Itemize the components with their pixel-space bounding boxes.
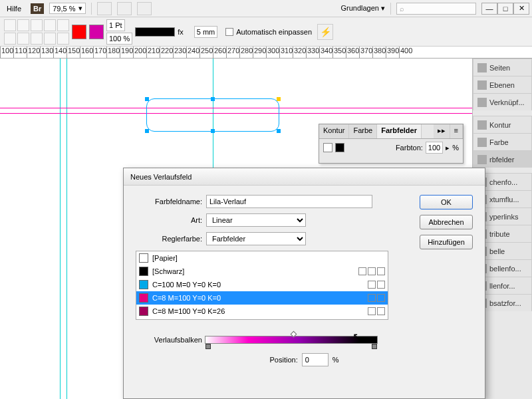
- new-gradient-dialog: Neues Verlaufsfeld Farbfeldname: Art: Li…: [123, 168, 485, 399]
- close-button[interactable]: ✕: [513, 3, 529, 15]
- ruler-tick: 260: [213, 47, 226, 58]
- gap-input[interactable]: 5 mm: [194, 26, 218, 38]
- panel-menu-icon[interactable]: ≡: [450, 124, 463, 138]
- ruler-tick: 100: [0, 47, 13, 58]
- swatch-row[interactable]: C=8 M=100 Y=0 K=26: [136, 305, 388, 318]
- swatch-list[interactable]: [Papier][Schwarz]C=100 M=0 Y=0 K=0C=8 M=…: [136, 251, 388, 320]
- name-label: Farbfeldname:: [136, 198, 202, 205]
- stopcolor-label: Reglerfarbe:: [136, 235, 202, 243]
- ruler-tick: 230: [173, 47, 186, 58]
- minimize-button[interactable]: —: [481, 3, 497, 15]
- arrange-icon[interactable]: [137, 2, 152, 15]
- panel-button[interactable]: rbfelder: [473, 150, 532, 168]
- panel-label: yperlinks: [489, 213, 518, 221]
- tab-farbe[interactable]: Farbe: [349, 124, 377, 138]
- scale-input[interactable]: 100 %: [106, 33, 132, 45]
- horizontal-ruler: 1001101201301401501601701801902002102202…: [0, 47, 532, 59]
- quick-apply-icon[interactable]: ⚡: [317, 24, 333, 40]
- view-options-icon[interactable]: [97, 2, 112, 15]
- fx-icon[interactable]: fx: [178, 28, 184, 36]
- swatch-color: [139, 293, 148, 303]
- panel-icon: [477, 63, 487, 72]
- swatch-row[interactable]: C=100 M=0 Y=0 K=0: [136, 278, 388, 291]
- panel-button[interactable]: Ebenen: [473, 76, 532, 93]
- swatch-indicators: [368, 294, 385, 302]
- swatch-name: C=8 M=100 Y=0 K=26: [152, 307, 364, 315]
- tint-input[interactable]: 100: [426, 142, 443, 154]
- panel-label: Farbe: [489, 138, 509, 146]
- bridge-badge[interactable]: Br: [31, 3, 44, 14]
- ruler-tick: 340: [319, 47, 332, 58]
- panel-label: chenfo...: [489, 178, 517, 186]
- stopcolor-dropdown[interactable]: Farbfelder: [206, 232, 306, 245]
- tab-kontur[interactable]: Kontur: [319, 124, 349, 138]
- position-input[interactable]: [302, 353, 329, 366]
- panel-button[interactable]: Seiten: [473, 59, 532, 76]
- panel-label: xtumflu...: [489, 196, 519, 203]
- swatch-color: [139, 307, 148, 316]
- add-button[interactable]: Hinzufügen: [420, 235, 473, 249]
- ruler-tick: 160: [80, 47, 93, 58]
- swatches-panel: Kontur Farbe Farbfelder ▸▸ ≡ Farbton: 10…: [319, 124, 464, 164]
- tool-grid[interactable]: [4, 19, 69, 45]
- stroke-proxy[interactable]: [335, 143, 344, 152]
- autofit-checkbox[interactable]: [225, 28, 233, 36]
- stroke-style[interactable]: [135, 27, 175, 37]
- panel-label: belle: [489, 247, 505, 255]
- ruler-tick: 170: [93, 47, 106, 58]
- ruler-tick: 390: [386, 47, 399, 58]
- ruler-tick: 300: [266, 47, 279, 58]
- tint-label: Farbton:: [396, 144, 423, 152]
- swatch-color: [139, 280, 148, 289]
- ruler-tick: 250: [200, 47, 213, 58]
- panel-label: Verknüpf...: [489, 98, 525, 106]
- panel-collapse-icon[interactable]: ▸▸: [434, 124, 450, 138]
- panel-label: Ebenen: [489, 81, 515, 89]
- ruler-tick: 360: [346, 47, 359, 58]
- panel-button[interactable]: Kontur: [473, 116, 532, 133]
- gradient-midpoint[interactable]: [291, 331, 297, 338]
- panel-label: bellenfo...: [489, 265, 521, 273]
- ruler-tick: 130: [40, 47, 53, 58]
- selected-frame[interactable]: [146, 98, 279, 132]
- screen-mode-icon[interactable]: [117, 2, 132, 15]
- tab-farbfelder[interactable]: Farbfelder: [377, 124, 422, 138]
- gradient-ramp[interactable]: [205, 336, 378, 344]
- autofit-label: Automatisch einpassen: [236, 28, 312, 36]
- panel-label: tribute: [489, 230, 510, 238]
- ruler-tick: 110: [13, 47, 27, 58]
- maximize-button[interactable]: □: [497, 3, 513, 15]
- swatch-name: C=100 M=0 Y=0 K=0: [152, 281, 364, 289]
- fill-proxy[interactable]: [323, 143, 332, 152]
- workspace-dropdown[interactable]: Grundlagen ▾: [340, 4, 385, 13]
- panel-button[interactable]: Farbe: [473, 133, 532, 150]
- zoom-dropdown[interactable]: 79,5 %▾: [49, 3, 85, 14]
- cancel-button[interactable]: Abbrechen: [420, 215, 473, 229]
- gradient-stop-left[interactable]: [205, 344, 211, 349]
- name-input[interactable]: [206, 195, 372, 208]
- ruler-tick: 330: [306, 47, 319, 58]
- guide-vertical[interactable]: [60, 59, 61, 399]
- type-dropdown[interactable]: Linear: [206, 213, 306, 227]
- swatch-row[interactable]: [Schwarz]: [136, 265, 388, 278]
- position-label: Position:: [270, 356, 298, 364]
- swatch-indicators: [368, 307, 385, 315]
- search-input[interactable]: ⌕: [396, 3, 476, 15]
- stroke-swatch[interactable]: [89, 25, 104, 39]
- stroke-weight-input[interactable]: 1 Pt: [106, 19, 125, 31]
- fill-swatch[interactable]: [72, 25, 86, 39]
- ruler-tick: 290: [253, 47, 266, 58]
- swatch-row[interactable]: C=8 M=100 Y=0 K=0: [136, 291, 388, 305]
- menu-help[interactable]: Hilfe: [3, 3, 25, 14]
- guide-vertical[interactable]: [66, 59, 67, 399]
- panel-button[interactable]: Verknüpf...: [473, 93, 532, 110]
- ruler-tick: 320: [293, 47, 306, 58]
- ruler-tick: 270: [226, 47, 239, 58]
- ruler-tick: 120: [27, 47, 40, 58]
- gradient-stop-right[interactable]: [372, 344, 377, 349]
- ruler-tick: 310: [279, 47, 293, 58]
- swatch-row[interactable]: [Papier]: [136, 251, 388, 265]
- ok-button[interactable]: OK: [420, 195, 473, 209]
- menu-bar: Hilfe Br 79,5 %▾ Grundlagen ▾ ⌕ — □ ✕: [0, 0, 532, 17]
- panel-label: llenfor...: [489, 282, 515, 290]
